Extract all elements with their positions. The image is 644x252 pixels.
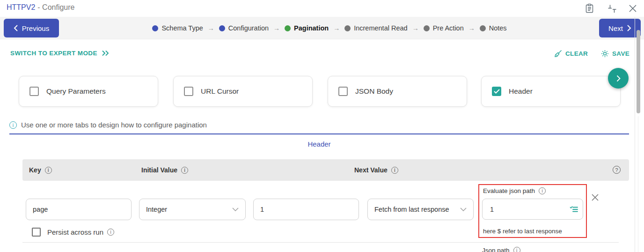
checkbox-unchecked-icon[interactable] xyxy=(32,228,41,237)
app-name: HTTPV2 xyxy=(7,3,35,11)
gear-icon xyxy=(601,50,609,58)
step-notes[interactable]: Notes xyxy=(480,24,507,32)
step-label: Notes xyxy=(489,24,507,32)
column-header-key: Key xyxy=(29,159,52,181)
key-input[interactable] xyxy=(26,199,132,220)
json-path-picker-icon[interactable] xyxy=(570,206,578,213)
info-icon[interactable] xyxy=(45,167,52,174)
remove-row-icon[interactable] xyxy=(590,193,600,202)
chevron-left-icon xyxy=(14,25,18,31)
step-dot-icon xyxy=(424,25,430,31)
previous-button[interactable]: Previous xyxy=(4,19,59,37)
info-icon[interactable] xyxy=(107,229,114,236)
clear-button-label: CLEAR xyxy=(565,50,588,57)
evaluate-json-path-label: Evaluate json path xyxy=(483,187,535,194)
next-row-json-path-label: Json path xyxy=(482,247,520,252)
evaluate-json-path-input[interactable] xyxy=(489,205,570,214)
chevron-right-icon xyxy=(627,25,631,31)
clipboard-icon[interactable] xyxy=(584,3,594,14)
checkbox-unchecked-icon[interactable] xyxy=(184,87,193,96)
window-subtitle: - Configure xyxy=(37,3,74,11)
selected-value: Fetch from last response xyxy=(374,206,449,213)
column-label: Key xyxy=(29,166,41,174)
arrow-separator-icon: → xyxy=(412,24,419,32)
next-value-mode-select[interactable]: Fetch from last response xyxy=(367,199,474,220)
info-icon[interactable] xyxy=(391,167,398,174)
evaluate-json-path-highlight-box: Evaluate json path here $ refer to last … xyxy=(478,184,587,238)
info-icon xyxy=(9,121,17,129)
tab-card-label: Header xyxy=(509,87,533,96)
clear-save-toolbar: CLEAR SAVE xyxy=(554,50,629,58)
info-icon[interactable] xyxy=(181,167,188,174)
expert-mode-label: SWITCH TO EXPERT MODE xyxy=(10,50,97,57)
evaluate-json-path-label-row: Evaluate json path xyxy=(483,187,546,194)
arrow-separator-icon: → xyxy=(333,24,340,32)
arrow-separator-icon: → xyxy=(208,24,214,32)
step-label: Configuration xyxy=(228,24,269,32)
step-schema-type[interactable]: Schema Type xyxy=(152,24,203,32)
tab-card-label: JSON Body xyxy=(355,87,393,96)
checkbox-unchecked-icon[interactable] xyxy=(338,87,348,96)
chevron-down-icon xyxy=(232,208,239,211)
scrollbar-thumb[interactable] xyxy=(637,30,640,113)
scrollbar-track-line xyxy=(638,116,638,252)
help-icon[interactable] xyxy=(613,166,621,174)
previous-button-label: Previous xyxy=(22,24,49,32)
double-chevron-right-icon xyxy=(102,50,110,56)
broom-icon xyxy=(554,50,562,58)
evaluate-json-path-field[interactable] xyxy=(482,199,583,220)
step-label: Schema Type xyxy=(161,24,203,32)
step-label: Pre Action xyxy=(433,24,464,32)
step-dot-icon xyxy=(285,25,291,31)
tab-card-label: Query Parameters xyxy=(46,87,106,96)
column-label: Next Value xyxy=(354,166,388,174)
step-label: Pagination xyxy=(294,24,329,32)
persist-across-run-option[interactable]: Persist across run xyxy=(32,228,114,237)
chevron-right-icon xyxy=(616,75,621,82)
column-header-initial-value: Initial Value xyxy=(141,159,188,181)
column-label: Initial Value xyxy=(141,166,177,174)
pagination-info-banner: Use one or more tabs to design how to co… xyxy=(9,121,207,129)
tab-card-query-parameters[interactable]: Query Parameters xyxy=(19,76,158,107)
tab-divider xyxy=(9,133,629,134)
table-header-row: Key Initial Value Next Value xyxy=(22,159,629,181)
step-dot-icon xyxy=(344,25,351,31)
tab-card-url-cursor[interactable]: URL Cursor xyxy=(173,76,313,107)
step-configuration[interactable]: Configuration xyxy=(219,24,269,32)
collapse-icon[interactable] xyxy=(607,3,617,14)
scrollbar-track-border xyxy=(635,17,635,252)
switch-to-expert-mode-link[interactable]: SWITCH TO EXPERT MODE xyxy=(10,50,110,57)
json-path-hint-text: here $ refer to last response xyxy=(483,228,562,235)
selected-value: Integer xyxy=(146,206,167,213)
step-pagination[interactable]: Pagination xyxy=(285,24,329,32)
window-title: HTTPV2- Configure xyxy=(7,3,75,12)
window-titlebar: HTTPV2- Configure xyxy=(0,0,644,16)
info-banner-text: Use one or more tabs to design how to co… xyxy=(21,121,207,129)
wizard-steps: Schema Type → Configuration → Pagination… xyxy=(63,17,596,39)
checkbox-unchecked-icon[interactable] xyxy=(29,87,39,96)
next-button-label: Next xyxy=(608,24,623,32)
persist-label-text: Persist across run xyxy=(47,228,103,236)
partial-label-text: Json path xyxy=(482,247,510,252)
step-dot-icon xyxy=(219,25,225,31)
initial-value-type-select[interactable]: Integer xyxy=(139,199,246,220)
scroll-tabs-right-button[interactable] xyxy=(608,68,629,89)
save-button-label: SAVE xyxy=(612,50,629,57)
save-button[interactable]: SAVE xyxy=(601,50,629,58)
step-pre-action[interactable]: Pre Action xyxy=(424,24,464,32)
active-tab-header[interactable]: Header xyxy=(9,140,629,148)
checkbox-checked-icon[interactable] xyxy=(492,87,501,96)
tab-card-label: URL Cursor xyxy=(201,87,239,96)
tab-card-header[interactable]: Header xyxy=(481,76,621,107)
close-icon[interactable] xyxy=(628,3,638,14)
arrow-separator-icon: → xyxy=(468,24,475,32)
step-dot-icon xyxy=(480,25,486,31)
chevron-down-icon xyxy=(460,208,467,211)
initial-value-input[interactable] xyxy=(253,199,359,220)
step-incremental-read[interactable]: Incremental Read xyxy=(344,24,407,32)
tab-card-json-body[interactable]: JSON Body xyxy=(328,76,467,107)
clear-button[interactable]: CLEAR xyxy=(554,50,588,58)
column-header-next-value: Next Value xyxy=(354,159,398,181)
info-icon[interactable] xyxy=(539,187,546,194)
step-dot-icon xyxy=(152,25,158,31)
